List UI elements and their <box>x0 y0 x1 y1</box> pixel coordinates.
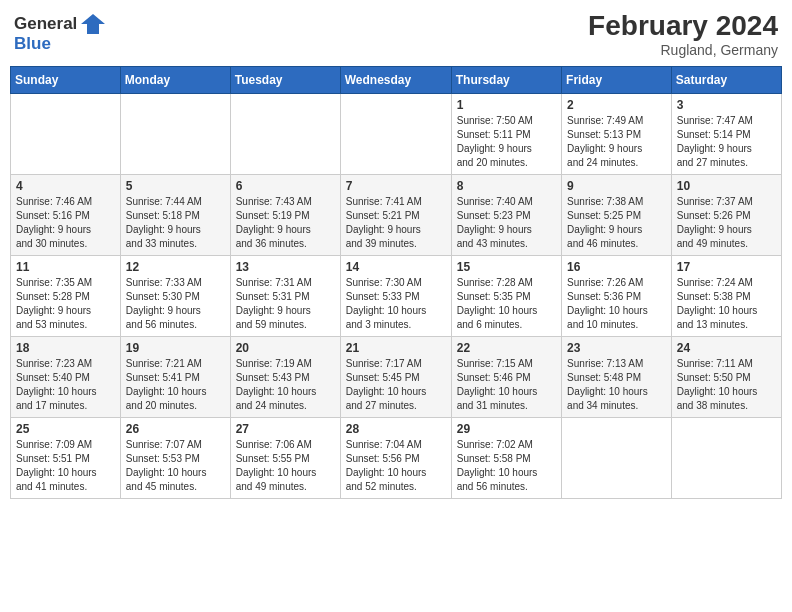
calendar-cell: 19Sunrise: 7:21 AM Sunset: 5:41 PM Dayli… <box>120 337 230 418</box>
calendar-cell: 20Sunrise: 7:19 AM Sunset: 5:43 PM Dayli… <box>230 337 340 418</box>
day-number: 6 <box>236 179 335 193</box>
day-info: Sunrise: 7:06 AM Sunset: 5:55 PM Dayligh… <box>236 438 335 494</box>
day-number: 2 <box>567 98 666 112</box>
calendar-cell <box>120 94 230 175</box>
day-number: 29 <box>457 422 556 436</box>
day-number: 17 <box>677 260 776 274</box>
day-info: Sunrise: 7:13 AM Sunset: 5:48 PM Dayligh… <box>567 357 666 413</box>
day-number: 21 <box>346 341 446 355</box>
day-number: 1 <box>457 98 556 112</box>
calendar-cell: 2Sunrise: 7:49 AM Sunset: 5:13 PM Daylig… <box>562 94 672 175</box>
calendar-col-tuesday: Tuesday <box>230 67 340 94</box>
day-info: Sunrise: 7:24 AM Sunset: 5:38 PM Dayligh… <box>677 276 776 332</box>
day-number: 22 <box>457 341 556 355</box>
calendar-cell: 17Sunrise: 7:24 AM Sunset: 5:38 PM Dayli… <box>671 256 781 337</box>
calendar-cell: 10Sunrise: 7:37 AM Sunset: 5:26 PM Dayli… <box>671 175 781 256</box>
title-block: February 2024 Rugland, Germany <box>588 10 778 58</box>
calendar-cell: 29Sunrise: 7:02 AM Sunset: 5:58 PM Dayli… <box>451 418 561 499</box>
calendar-week-row: 25Sunrise: 7:09 AM Sunset: 5:51 PM Dayli… <box>11 418 782 499</box>
day-info: Sunrise: 7:43 AM Sunset: 5:19 PM Dayligh… <box>236 195 335 251</box>
calendar-cell <box>11 94 121 175</box>
day-info: Sunrise: 7:11 AM Sunset: 5:50 PM Dayligh… <box>677 357 776 413</box>
day-info: Sunrise: 7:09 AM Sunset: 5:51 PM Dayligh… <box>16 438 115 494</box>
calendar-table: SundayMondayTuesdayWednesdayThursdayFrid… <box>10 66 782 499</box>
day-number: 18 <box>16 341 115 355</box>
calendar-week-row: 18Sunrise: 7:23 AM Sunset: 5:40 PM Dayli… <box>11 337 782 418</box>
calendar-cell: 8Sunrise: 7:40 AM Sunset: 5:23 PM Daylig… <box>451 175 561 256</box>
logo: General Blue <box>14 10 107 54</box>
day-info: Sunrise: 7:07 AM Sunset: 5:53 PM Dayligh… <box>126 438 225 494</box>
day-number: 11 <box>16 260 115 274</box>
day-info: Sunrise: 7:49 AM Sunset: 5:13 PM Dayligh… <box>567 114 666 170</box>
day-number: 20 <box>236 341 335 355</box>
day-info: Sunrise: 7:41 AM Sunset: 5:21 PM Dayligh… <box>346 195 446 251</box>
calendar-cell: 6Sunrise: 7:43 AM Sunset: 5:19 PM Daylig… <box>230 175 340 256</box>
day-info: Sunrise: 7:38 AM Sunset: 5:25 PM Dayligh… <box>567 195 666 251</box>
day-number: 19 <box>126 341 225 355</box>
day-info: Sunrise: 7:31 AM Sunset: 5:31 PM Dayligh… <box>236 276 335 332</box>
calendar-cell: 25Sunrise: 7:09 AM Sunset: 5:51 PM Dayli… <box>11 418 121 499</box>
day-info: Sunrise: 7:02 AM Sunset: 5:58 PM Dayligh… <box>457 438 556 494</box>
day-info: Sunrise: 7:33 AM Sunset: 5:30 PM Dayligh… <box>126 276 225 332</box>
day-number: 7 <box>346 179 446 193</box>
location-subtitle: Rugland, Germany <box>588 42 778 58</box>
calendar-cell: 5Sunrise: 7:44 AM Sunset: 5:18 PM Daylig… <box>120 175 230 256</box>
calendar-cell: 4Sunrise: 7:46 AM Sunset: 5:16 PM Daylig… <box>11 175 121 256</box>
calendar-cell: 7Sunrise: 7:41 AM Sunset: 5:21 PM Daylig… <box>340 175 451 256</box>
day-info: Sunrise: 7:40 AM Sunset: 5:23 PM Dayligh… <box>457 195 556 251</box>
calendar-week-row: 4Sunrise: 7:46 AM Sunset: 5:16 PM Daylig… <box>11 175 782 256</box>
day-number: 5 <box>126 179 225 193</box>
day-number: 8 <box>457 179 556 193</box>
day-number: 15 <box>457 260 556 274</box>
day-number: 16 <box>567 260 666 274</box>
day-number: 28 <box>346 422 446 436</box>
day-info: Sunrise: 7:30 AM Sunset: 5:33 PM Dayligh… <box>346 276 446 332</box>
calendar-col-monday: Monday <box>120 67 230 94</box>
calendar-col-friday: Friday <box>562 67 672 94</box>
day-info: Sunrise: 7:19 AM Sunset: 5:43 PM Dayligh… <box>236 357 335 413</box>
day-info: Sunrise: 7:46 AM Sunset: 5:16 PM Dayligh… <box>16 195 115 251</box>
calendar-cell: 28Sunrise: 7:04 AM Sunset: 5:56 PM Dayli… <box>340 418 451 499</box>
calendar-week-row: 11Sunrise: 7:35 AM Sunset: 5:28 PM Dayli… <box>11 256 782 337</box>
calendar-cell: 23Sunrise: 7:13 AM Sunset: 5:48 PM Dayli… <box>562 337 672 418</box>
day-info: Sunrise: 7:26 AM Sunset: 5:36 PM Dayligh… <box>567 276 666 332</box>
calendar-cell: 27Sunrise: 7:06 AM Sunset: 5:55 PM Dayli… <box>230 418 340 499</box>
day-number: 12 <box>126 260 225 274</box>
calendar-cell: 1Sunrise: 7:50 AM Sunset: 5:11 PM Daylig… <box>451 94 561 175</box>
day-info: Sunrise: 7:44 AM Sunset: 5:18 PM Dayligh… <box>126 195 225 251</box>
day-info: Sunrise: 7:15 AM Sunset: 5:46 PM Dayligh… <box>457 357 556 413</box>
calendar-cell: 11Sunrise: 7:35 AM Sunset: 5:28 PM Dayli… <box>11 256 121 337</box>
calendar-col-sunday: Sunday <box>11 67 121 94</box>
day-number: 3 <box>677 98 776 112</box>
day-info: Sunrise: 7:23 AM Sunset: 5:40 PM Dayligh… <box>16 357 115 413</box>
calendar-cell: 15Sunrise: 7:28 AM Sunset: 5:35 PM Dayli… <box>451 256 561 337</box>
day-number: 10 <box>677 179 776 193</box>
day-info: Sunrise: 7:17 AM Sunset: 5:45 PM Dayligh… <box>346 357 446 413</box>
calendar-cell: 21Sunrise: 7:17 AM Sunset: 5:45 PM Dayli… <box>340 337 451 418</box>
calendar-cell: 24Sunrise: 7:11 AM Sunset: 5:50 PM Dayli… <box>671 337 781 418</box>
calendar-cell: 13Sunrise: 7:31 AM Sunset: 5:31 PM Dayli… <box>230 256 340 337</box>
calendar-cell: 22Sunrise: 7:15 AM Sunset: 5:46 PM Dayli… <box>451 337 561 418</box>
day-number: 26 <box>126 422 225 436</box>
calendar-cell: 18Sunrise: 7:23 AM Sunset: 5:40 PM Dayli… <box>11 337 121 418</box>
day-number: 24 <box>677 341 776 355</box>
day-info: Sunrise: 7:35 AM Sunset: 5:28 PM Dayligh… <box>16 276 115 332</box>
calendar-col-wednesday: Wednesday <box>340 67 451 94</box>
day-info: Sunrise: 7:47 AM Sunset: 5:14 PM Dayligh… <box>677 114 776 170</box>
month-year-title: February 2024 <box>588 10 778 42</box>
day-number: 4 <box>16 179 115 193</box>
day-info: Sunrise: 7:21 AM Sunset: 5:41 PM Dayligh… <box>126 357 225 413</box>
calendar-col-saturday: Saturday <box>671 67 781 94</box>
calendar-col-thursday: Thursday <box>451 67 561 94</box>
page-header: General Blue February 2024 Rugland, Germ… <box>10 10 782 58</box>
calendar-cell <box>230 94 340 175</box>
day-number: 27 <box>236 422 335 436</box>
day-number: 13 <box>236 260 335 274</box>
day-info: Sunrise: 7:50 AM Sunset: 5:11 PM Dayligh… <box>457 114 556 170</box>
calendar-cell: 14Sunrise: 7:30 AM Sunset: 5:33 PM Dayli… <box>340 256 451 337</box>
calendar-cell: 3Sunrise: 7:47 AM Sunset: 5:14 PM Daylig… <box>671 94 781 175</box>
day-info: Sunrise: 7:28 AM Sunset: 5:35 PM Dayligh… <box>457 276 556 332</box>
calendar-cell <box>671 418 781 499</box>
calendar-cell: 9Sunrise: 7:38 AM Sunset: 5:25 PM Daylig… <box>562 175 672 256</box>
day-info: Sunrise: 7:04 AM Sunset: 5:56 PM Dayligh… <box>346 438 446 494</box>
